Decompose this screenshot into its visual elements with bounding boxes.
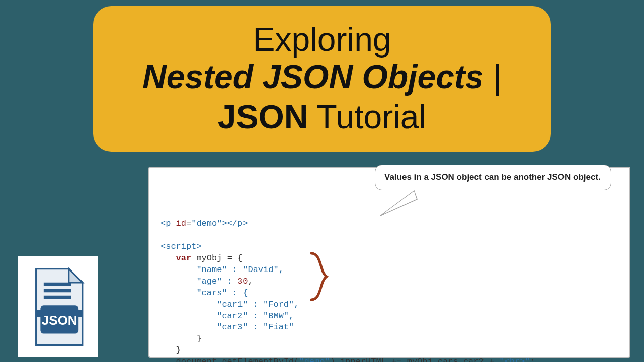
title-json-bold: JSON xyxy=(218,98,308,135)
json-file-icon: JSON xyxy=(18,256,98,357)
code-panel: Values in a JSON object can be another J… xyxy=(148,167,630,358)
title-line3: JSON Tutorial xyxy=(218,97,427,137)
title-tutorial: Tutorial xyxy=(308,98,426,135)
svg-rect-0 xyxy=(44,282,71,286)
title-line2: Nested JSON Objects | xyxy=(142,57,502,97)
title-card: Exploring Nested JSON Objects | JSON Tut… xyxy=(93,6,551,152)
curly-brace-icon xyxy=(309,251,329,302)
code-block: <p id="demo"></p> <script> var myObj = {… xyxy=(160,218,618,362)
json-badge-label: JSON xyxy=(42,313,77,328)
title-separator: | xyxy=(484,58,502,96)
svg-rect-2 xyxy=(44,295,71,299)
bubble-tail-icon xyxy=(378,188,418,218)
svg-rect-1 xyxy=(44,289,71,292)
speech-bubble: Values in a JSON object can be another J… xyxy=(375,165,611,190)
bubble-text: Values in a JSON object can be another J… xyxy=(384,172,601,182)
title-line1: Exploring xyxy=(253,21,391,58)
title-emphasis: Nested JSON Objects xyxy=(142,58,484,96)
